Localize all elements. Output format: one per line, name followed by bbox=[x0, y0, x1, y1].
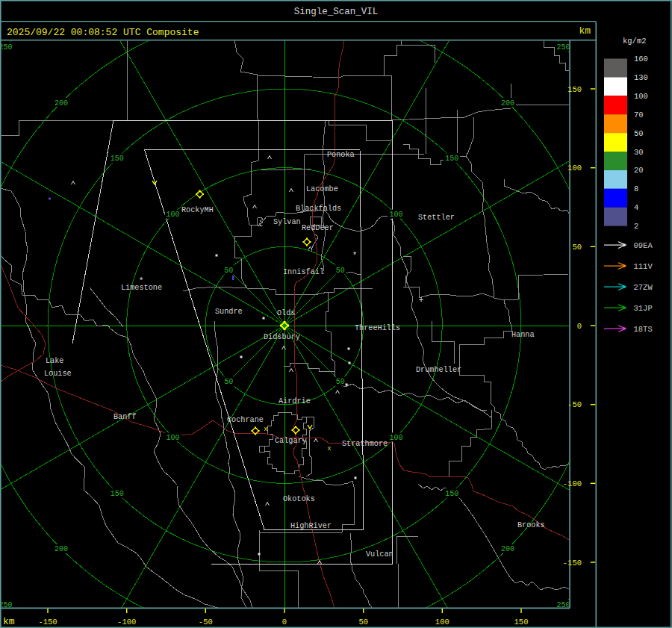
svg-text:50: 50 bbox=[358, 618, 368, 627]
svg-text:150: 150 bbox=[111, 155, 124, 163]
svg-text:Lacombe: Lacombe bbox=[306, 185, 338, 193]
svg-text:km: km bbox=[3, 616, 15, 627]
svg-text:Lake: Lake bbox=[46, 357, 63, 365]
svg-text:Single_Scan_VIL: Single_Scan_VIL bbox=[294, 7, 379, 17]
svg-text:km: km bbox=[579, 25, 591, 37]
svg-text:Calgary: Calgary bbox=[275, 437, 307, 445]
svg-text:Strathmore: Strathmore bbox=[342, 440, 388, 448]
svg-text:100: 100 bbox=[435, 618, 449, 627]
svg-text:0: 0 bbox=[577, 322, 582, 331]
svg-text:31JP: 31JP bbox=[634, 304, 653, 313]
svg-text:ThreeHills: ThreeHills bbox=[355, 324, 400, 332]
svg-text:50: 50 bbox=[224, 267, 233, 275]
svg-text:50: 50 bbox=[634, 129, 644, 138]
svg-text:Ponoka: Ponoka bbox=[327, 151, 355, 159]
svg-text:250: 250 bbox=[557, 43, 570, 52]
svg-text:111V: 111V bbox=[634, 262, 653, 271]
svg-text:-150: -150 bbox=[563, 559, 582, 568]
svg-text:200: 200 bbox=[55, 545, 68, 553]
svg-text:50: 50 bbox=[336, 267, 345, 275]
svg-text:Olds: Olds bbox=[277, 309, 295, 317]
svg-text:x: x bbox=[264, 426, 267, 433]
svg-text:18TS: 18TS bbox=[634, 325, 653, 334]
svg-text:0: 0 bbox=[282, 618, 287, 627]
svg-text:130: 130 bbox=[634, 73, 648, 82]
svg-text:RockyMH: RockyMH bbox=[181, 206, 214, 214]
svg-text:RedDeer: RedDeer bbox=[302, 224, 334, 232]
svg-text:Blackfalds: Blackfalds bbox=[296, 205, 341, 213]
svg-text:x: x bbox=[327, 445, 331, 453]
svg-text:*: * bbox=[139, 276, 144, 285]
svg-text:250: 250 bbox=[0, 43, 12, 52]
svg-text:27ZW: 27ZW bbox=[634, 283, 653, 292]
svg-text:150: 150 bbox=[445, 490, 458, 498]
svg-text:09EA: 09EA bbox=[634, 241, 653, 250]
svg-text:-50: -50 bbox=[199, 618, 213, 627]
svg-text:100: 100 bbox=[634, 92, 648, 101]
svg-text:100: 100 bbox=[389, 434, 402, 442]
svg-text:-50: -50 bbox=[567, 400, 582, 409]
svg-text:kg/m2: kg/m2 bbox=[623, 37, 647, 46]
svg-text:50: 50 bbox=[336, 378, 345, 386]
svg-text:+: + bbox=[419, 296, 424, 305]
svg-text:8: 8 bbox=[634, 184, 638, 193]
svg-text:100: 100 bbox=[389, 211, 402, 219]
svg-text:Hanna: Hanna bbox=[511, 331, 535, 339]
svg-text:Cochrane: Cochrane bbox=[227, 416, 264, 424]
svg-text:-150: -150 bbox=[38, 618, 57, 627]
svg-text:2025/09/22 00:08:52 UTC Compos: 2025/09/22 00:08:52 UTC Composite bbox=[7, 27, 199, 38]
svg-text:160: 160 bbox=[634, 55, 648, 63]
svg-text:Stettler: Stettler bbox=[418, 214, 455, 222]
svg-text:-100: -100 bbox=[117, 618, 136, 627]
svg-text:Drumheller: Drumheller bbox=[416, 366, 461, 374]
svg-text:4: 4 bbox=[634, 203, 638, 212]
svg-text:70: 70 bbox=[634, 111, 644, 119]
svg-text:100: 100 bbox=[567, 164, 582, 172]
svg-text:Vulcan: Vulcan bbox=[366, 550, 393, 559]
svg-text:2: 2 bbox=[634, 222, 638, 231]
svg-text:100: 100 bbox=[167, 434, 180, 442]
svg-text:Didsbury: Didsbury bbox=[264, 333, 300, 341]
svg-text:Sylvan: Sylvan bbox=[273, 218, 301, 226]
svg-text:Louise: Louise bbox=[44, 370, 72, 378]
svg-text:Brooks: Brooks bbox=[517, 521, 545, 529]
svg-text:150: 150 bbox=[567, 85, 582, 94]
svg-text:150: 150 bbox=[445, 155, 458, 163]
svg-text:200: 200 bbox=[55, 99, 68, 108]
svg-text:HighRiver: HighRiver bbox=[290, 522, 332, 530]
svg-text:150: 150 bbox=[514, 618, 529, 627]
svg-text:Airdrie: Airdrie bbox=[279, 397, 311, 405]
svg-text:200: 200 bbox=[501, 99, 514, 108]
svg-text:Sundre: Sundre bbox=[215, 308, 243, 316]
svg-text:30: 30 bbox=[634, 148, 644, 157]
svg-text:50: 50 bbox=[572, 243, 582, 252]
svg-text:Okotoks: Okotoks bbox=[283, 495, 315, 503]
svg-text:20: 20 bbox=[634, 166, 644, 175]
svg-text:Banff: Banff bbox=[113, 413, 137, 421]
svg-text:*: * bbox=[352, 251, 358, 260]
svg-text:150: 150 bbox=[111, 490, 124, 498]
svg-text:200: 200 bbox=[501, 545, 514, 553]
svg-text:Innisfail: Innisfail bbox=[283, 268, 324, 276]
svg-text:-100: -100 bbox=[563, 479, 582, 488]
svg-text:50: 50 bbox=[224, 378, 233, 386]
svg-text:100: 100 bbox=[167, 211, 180, 219]
